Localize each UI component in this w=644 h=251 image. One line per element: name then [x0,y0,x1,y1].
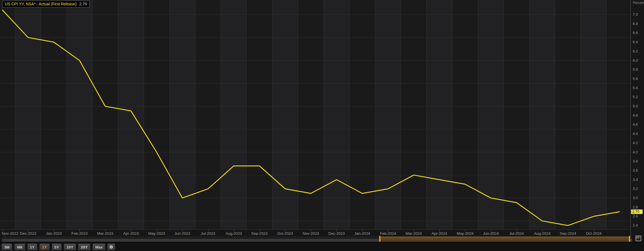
y-axis-tick-label: 4.4 [633,132,638,136]
x-axis-tick-mark [491,230,491,231]
series-last-value: 2.70 [79,2,87,6]
grid-band [375,0,401,229]
x-axis-tick-mark [311,230,311,231]
y-axis-tick-label: 3.2 [633,186,638,191]
x-axis-tick-label: Feb-2024 [380,231,396,236]
x-axis: Nov-2022Dec-2022Jan-2023Feb-2023Mar-2023… [0,229,631,237]
jump-to-latest-button[interactable] [635,235,641,241]
range-button-max[interactable]: Max [92,244,105,250]
grid-band [452,0,478,229]
x-axis-tick-label: Jul-2023 [201,231,215,236]
range-button-6m[interactable]: 6M [14,244,25,250]
x-axis-tick-mark [388,230,388,231]
x-axis-tick-label: Jun-2024 [483,231,499,236]
scrollbar-left-handle[interactable] [379,236,381,242]
x-axis-tick-mark [234,230,234,231]
x-axis-tick-label: Oct-2023 [277,231,293,236]
x-axis-tick-mark [260,230,260,231]
y-axis-tick-label: 6.2 [633,49,638,54]
scrollbar-selected-range[interactable] [379,236,630,242]
y-axis-tick-label: 6.0 [633,58,638,63]
scrollbar-right-handle[interactable] [629,236,630,242]
y-axis-tick-label: 6.6 [633,31,638,35]
x-axis-tick-mark [440,230,440,231]
x-axis-tick-label: Mar-2023 [97,231,113,236]
grid-band [324,0,350,229]
y-axis-tick-label: 3.8 [633,159,638,164]
range-button-10y[interactable]: 10Y [64,244,76,250]
gear-icon: ⚙ [109,245,113,250]
grid-band [478,0,504,229]
plot-area[interactable] [0,0,631,229]
x-axis-tick-mark [285,230,285,231]
y-axis-title: Percent [633,1,644,5]
x-axis-tick-label: Jul-2024 [509,231,524,236]
y-axis-tick-label: 7.0 [633,12,638,17]
x-axis-tick-label: Aug-2023 [226,231,242,236]
y-axis-tick-label: 2.8 [633,205,638,209]
series-label: US CPI YY, NSA* - Actual (First Release) [5,2,76,6]
x-axis-tick-label: Mar-2024 [406,231,422,236]
x-axis-tick-label: May-2023 [148,231,165,236]
x-axis-tick-label: Feb-2023 [71,231,88,236]
grid-band [92,0,118,229]
y-axis-tick-label: 4.8 [633,113,638,118]
chart-window: US CPI YY, NSA* - Actual (First Release)… [0,0,644,251]
grid-band [144,0,170,229]
y-axis-tick-label: 4.0 [633,150,638,155]
settings-button[interactable]: ⚙ [107,244,115,250]
x-axis-tick-mark [79,230,80,231]
grid-band [247,0,272,229]
grid-band [504,0,529,229]
chart-arrow-icon [636,236,641,241]
x-axis-tick-mark [28,230,28,231]
range-button-2y[interactable]: 2Y [39,244,50,250]
x-axis-tick-mark [362,230,363,231]
grid-band [195,0,221,229]
x-axis-tick-mark [414,230,414,231]
y-axis: Percent 7.06.86.66.46.26.05.85.65.45.25.… [631,0,644,236]
range-button-20y[interactable]: 20Y [78,244,90,250]
grid-band [15,0,41,229]
range-button-3m[interactable]: 3M [1,244,12,250]
x-axis-tick-label: May-2024 [457,231,474,236]
grid-band [0,0,15,229]
last-value-badge: 2.70 [631,209,643,214]
range-button-1y[interactable]: 1Y [27,244,38,250]
x-axis-tick-mark [336,230,337,231]
range-button-5y[interactable]: 5Y [52,244,62,250]
x-axis-tick-label: Apr-2024 [432,231,447,236]
x-axis-tick-mark [157,230,157,231]
x-axis-tick-mark [594,230,594,231]
timeline-scrollbar[interactable] [2,236,632,242]
y-axis-tick-label: 4.2 [633,141,638,145]
y-axis-tick-label: 5.8 [633,67,638,72]
grid-band [298,0,324,229]
x-axis-tick-label: Oct-2024 [586,231,602,236]
grid-band [41,0,67,229]
grid-band [118,0,144,229]
grid-band [221,0,247,229]
range-toolbar: 3M6M1Y2Y5Y10Y20YMax⚙ [1,244,115,250]
x-axis-tick-label: Nov-2022 [2,231,19,236]
x-axis-tick-label: Apr-2023 [123,231,139,236]
x-axis-tick-label: Nov-2023 [303,231,319,236]
x-axis-tick-mark [105,230,106,231]
y-axis-tick-label: 5.0 [633,104,638,109]
bottom-toolbar-strip: 3M6M1Y2Y5Y10Y20YMax⚙ [0,242,644,251]
x-axis-tick-mark [182,230,183,231]
grid-band [581,0,607,229]
x-axis-tick-mark [208,230,208,231]
grid-band [67,0,92,229]
x-axis-tick-label: Aug-2024 [534,231,550,236]
y-axis-tick-label: 4.6 [633,122,638,127]
series-legend-tooltip[interactable]: US CPI YY, NSA* - Actual (First Release)… [2,1,90,8]
grid-band [427,0,452,229]
grid-band [272,0,298,229]
x-axis-tick-label: Jun-2023 [174,231,190,236]
y-axis-tick-label: 2.6 [633,214,638,218]
y-axis-tick-label: 5.6 [633,77,638,81]
grid-band [349,0,375,229]
y-axis-tick-label: 3.0 [633,196,638,200]
x-axis-tick-mark [131,230,131,231]
